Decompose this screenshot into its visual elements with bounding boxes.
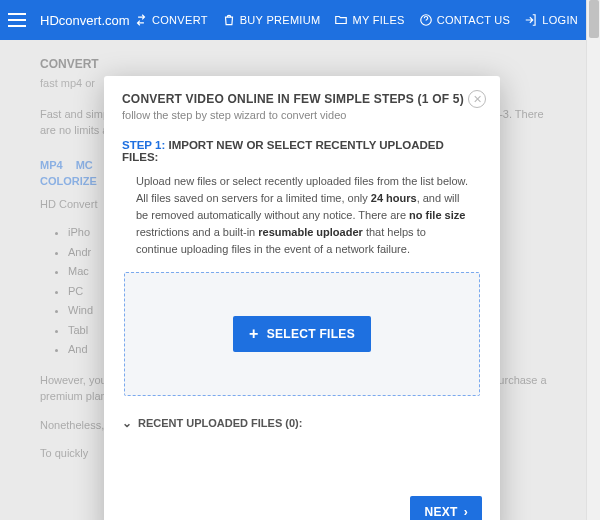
step-instructions: Upload new files or select recently uplo… [136, 173, 468, 258]
nav-links: CONVERT BUY PREMIUM MY FILES CONTACT US … [134, 13, 578, 27]
plus-icon: + [249, 326, 259, 342]
menu-icon[interactable] [8, 9, 30, 31]
select-files-button[interactable]: + SELECT FILES [233, 316, 371, 352]
recent-files-toggle[interactable]: ⌄ RECENT UPLOADED FILES (0): [122, 416, 482, 430]
nav-contact[interactable]: CONTACT US [419, 13, 511, 27]
recent-files-label: RECENT UPLOADED FILES (0): [138, 417, 302, 429]
nav-login[interactable]: LOGIN [524, 13, 578, 27]
select-files-label: SELECT FILES [267, 327, 355, 341]
next-button[interactable]: NEXT › [410, 496, 482, 520]
nav-login-label: LOGIN [542, 14, 578, 26]
file-dropzone[interactable]: + SELECT FILES [124, 272, 480, 396]
brand-label[interactable]: HDconvert.com [40, 13, 130, 28]
chevron-down-icon: ⌄ [122, 416, 132, 430]
folder-icon [334, 13, 348, 27]
nav-buy-label: BUY PREMIUM [240, 14, 321, 26]
top-nav: HDconvert.com CONVERT BUY PREMIUM MY FIL… [0, 0, 586, 40]
help-icon [419, 13, 433, 27]
bag-icon [222, 13, 236, 27]
nav-convert-label: CONVERT [152, 14, 208, 26]
chevron-right-icon: › [464, 505, 468, 519]
nav-buy[interactable]: BUY PREMIUM [222, 13, 321, 27]
next-label: NEXT [424, 505, 457, 519]
scrollbar-thumb[interactable] [589, 0, 599, 38]
step-heading: STEP 1: IMPORT NEW OR SELECT RECENTLY UP… [122, 139, 482, 163]
modal-subtitle: follow the step by step wizard to conver… [122, 109, 482, 121]
nav-contact-label: CONTACT US [437, 14, 511, 26]
scrollbar-track[interactable] [586, 0, 600, 520]
swap-icon [134, 13, 148, 27]
step-number: STEP 1: [122, 139, 165, 151]
nav-files-label: MY FILES [352, 14, 404, 26]
nav-convert[interactable]: CONVERT [134, 13, 208, 27]
convert-wizard-modal: ✕ CONVERT VIDEO ONLINE IN FEW SIMPLE STE… [104, 76, 500, 520]
close-icon[interactable]: ✕ [468, 90, 486, 108]
login-icon [524, 13, 538, 27]
nav-files[interactable]: MY FILES [334, 13, 404, 27]
step-title: IMPORT NEW OR SELECT RECENTLY UPLOADED F… [122, 139, 444, 163]
modal-title: CONVERT VIDEO ONLINE IN FEW SIMPLE STEPS… [122, 92, 482, 106]
